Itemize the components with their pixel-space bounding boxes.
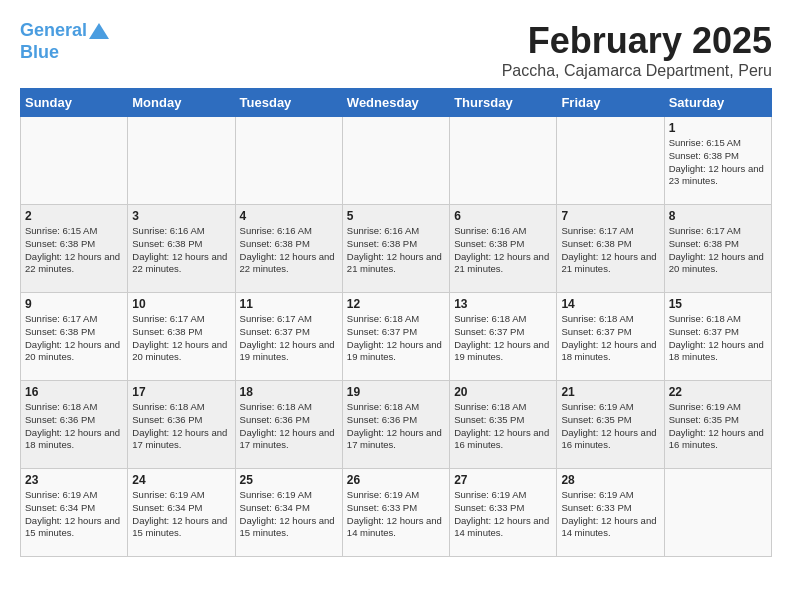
- calendar-cell: [557, 117, 664, 205]
- day-number: 20: [454, 385, 552, 399]
- day-info: Sunrise: 6:17 AM Sunset: 6:37 PM Dayligh…: [240, 313, 338, 364]
- day-number: 27: [454, 473, 552, 487]
- day-info: Sunrise: 6:19 AM Sunset: 6:34 PM Dayligh…: [25, 489, 123, 540]
- calendar-cell: 15Sunrise: 6:18 AM Sunset: 6:37 PM Dayli…: [664, 293, 771, 381]
- calendar-cell: [664, 469, 771, 557]
- day-info: Sunrise: 6:18 AM Sunset: 6:37 PM Dayligh…: [454, 313, 552, 364]
- day-number: 8: [669, 209, 767, 223]
- weekday-header-sunday: Sunday: [21, 89, 128, 117]
- day-number: 24: [132, 473, 230, 487]
- logo-blue: Blue: [20, 42, 59, 62]
- day-info: Sunrise: 6:19 AM Sunset: 6:34 PM Dayligh…: [132, 489, 230, 540]
- header: February 2025 Paccha, Cajamarca Departme…: [20, 20, 772, 80]
- location: Paccha, Cajamarca Department, Peru: [20, 62, 772, 80]
- day-number: 4: [240, 209, 338, 223]
- logo: General Blue: [20, 20, 109, 63]
- calendar-cell: 23Sunrise: 6:19 AM Sunset: 6:34 PM Dayli…: [21, 469, 128, 557]
- day-info: Sunrise: 6:16 AM Sunset: 6:38 PM Dayligh…: [347, 225, 445, 276]
- day-number: 5: [347, 209, 445, 223]
- calendar-table: SundayMondayTuesdayWednesdayThursdayFrid…: [20, 88, 772, 557]
- calendar-week-row: 23Sunrise: 6:19 AM Sunset: 6:34 PM Dayli…: [21, 469, 772, 557]
- day-info: Sunrise: 6:18 AM Sunset: 6:36 PM Dayligh…: [347, 401, 445, 452]
- month-year: February 2025: [20, 20, 772, 62]
- logo-general: General: [20, 20, 87, 40]
- day-info: Sunrise: 6:19 AM Sunset: 6:35 PM Dayligh…: [561, 401, 659, 452]
- day-info: Sunrise: 6:15 AM Sunset: 6:38 PM Dayligh…: [25, 225, 123, 276]
- day-number: 16: [25, 385, 123, 399]
- calendar-cell: 4Sunrise: 6:16 AM Sunset: 6:38 PM Daylig…: [235, 205, 342, 293]
- day-info: Sunrise: 6:19 AM Sunset: 6:33 PM Dayligh…: [454, 489, 552, 540]
- day-number: 3: [132, 209, 230, 223]
- day-info: Sunrise: 6:17 AM Sunset: 6:38 PM Dayligh…: [132, 313, 230, 364]
- calendar-cell: 10Sunrise: 6:17 AM Sunset: 6:38 PM Dayli…: [128, 293, 235, 381]
- day-number: 22: [669, 385, 767, 399]
- calendar-cell: 27Sunrise: 6:19 AM Sunset: 6:33 PM Dayli…: [450, 469, 557, 557]
- day-info: Sunrise: 6:18 AM Sunset: 6:37 PM Dayligh…: [669, 313, 767, 364]
- day-info: Sunrise: 6:17 AM Sunset: 6:38 PM Dayligh…: [669, 225, 767, 276]
- weekday-header-monday: Monday: [128, 89, 235, 117]
- day-number: 17: [132, 385, 230, 399]
- day-number: 15: [669, 297, 767, 311]
- day-number: 9: [25, 297, 123, 311]
- calendar-cell: 9Sunrise: 6:17 AM Sunset: 6:38 PM Daylig…: [21, 293, 128, 381]
- day-info: Sunrise: 6:17 AM Sunset: 6:38 PM Dayligh…: [25, 313, 123, 364]
- day-number: 10: [132, 297, 230, 311]
- calendar-week-row: 2Sunrise: 6:15 AM Sunset: 6:38 PM Daylig…: [21, 205, 772, 293]
- day-info: Sunrise: 6:18 AM Sunset: 6:36 PM Dayligh…: [25, 401, 123, 452]
- day-number: 1: [669, 121, 767, 135]
- calendar-cell: 16Sunrise: 6:18 AM Sunset: 6:36 PM Dayli…: [21, 381, 128, 469]
- weekday-header-wednesday: Wednesday: [342, 89, 449, 117]
- day-number: 18: [240, 385, 338, 399]
- day-info: Sunrise: 6:18 AM Sunset: 6:36 PM Dayligh…: [240, 401, 338, 452]
- day-number: 11: [240, 297, 338, 311]
- day-number: 19: [347, 385, 445, 399]
- weekday-header-thursday: Thursday: [450, 89, 557, 117]
- calendar-cell: 18Sunrise: 6:18 AM Sunset: 6:36 PM Dayli…: [235, 381, 342, 469]
- day-number: 26: [347, 473, 445, 487]
- calendar-cell: 13Sunrise: 6:18 AM Sunset: 6:37 PM Dayli…: [450, 293, 557, 381]
- calendar-cell: 7Sunrise: 6:17 AM Sunset: 6:38 PM Daylig…: [557, 205, 664, 293]
- weekday-header-tuesday: Tuesday: [235, 89, 342, 117]
- calendar-week-row: 1Sunrise: 6:15 AM Sunset: 6:38 PM Daylig…: [21, 117, 772, 205]
- day-info: Sunrise: 6:19 AM Sunset: 6:35 PM Dayligh…: [669, 401, 767, 452]
- day-info: Sunrise: 6:18 AM Sunset: 6:36 PM Dayligh…: [132, 401, 230, 452]
- day-info: Sunrise: 6:19 AM Sunset: 6:33 PM Dayligh…: [347, 489, 445, 540]
- calendar-cell: [21, 117, 128, 205]
- day-info: Sunrise: 6:18 AM Sunset: 6:37 PM Dayligh…: [561, 313, 659, 364]
- day-info: Sunrise: 6:16 AM Sunset: 6:38 PM Dayligh…: [240, 225, 338, 276]
- calendar-cell: 19Sunrise: 6:18 AM Sunset: 6:36 PM Dayli…: [342, 381, 449, 469]
- day-info: Sunrise: 6:18 AM Sunset: 6:35 PM Dayligh…: [454, 401, 552, 452]
- calendar-cell: 12Sunrise: 6:18 AM Sunset: 6:37 PM Dayli…: [342, 293, 449, 381]
- calendar-cell: 24Sunrise: 6:19 AM Sunset: 6:34 PM Dayli…: [128, 469, 235, 557]
- calendar-week-row: 9Sunrise: 6:17 AM Sunset: 6:38 PM Daylig…: [21, 293, 772, 381]
- day-info: Sunrise: 6:19 AM Sunset: 6:34 PM Dayligh…: [240, 489, 338, 540]
- calendar-cell: 22Sunrise: 6:19 AM Sunset: 6:35 PM Dayli…: [664, 381, 771, 469]
- day-number: 21: [561, 385, 659, 399]
- calendar-cell: [128, 117, 235, 205]
- calendar-cell: [450, 117, 557, 205]
- calendar-cell: 21Sunrise: 6:19 AM Sunset: 6:35 PM Dayli…: [557, 381, 664, 469]
- day-number: 13: [454, 297, 552, 311]
- weekday-header-saturday: Saturday: [664, 89, 771, 117]
- calendar-cell: 17Sunrise: 6:18 AM Sunset: 6:36 PM Dayli…: [128, 381, 235, 469]
- calendar-cell: 26Sunrise: 6:19 AM Sunset: 6:33 PM Dayli…: [342, 469, 449, 557]
- calendar-cell: 1Sunrise: 6:15 AM Sunset: 6:38 PM Daylig…: [664, 117, 771, 205]
- day-info: Sunrise: 6:18 AM Sunset: 6:37 PM Dayligh…: [347, 313, 445, 364]
- calendar-cell: 5Sunrise: 6:16 AM Sunset: 6:38 PM Daylig…: [342, 205, 449, 293]
- day-number: 7: [561, 209, 659, 223]
- day-info: Sunrise: 6:19 AM Sunset: 6:33 PM Dayligh…: [561, 489, 659, 540]
- weekday-header-row: SundayMondayTuesdayWednesdayThursdayFrid…: [21, 89, 772, 117]
- calendar-cell: 14Sunrise: 6:18 AM Sunset: 6:37 PM Dayli…: [557, 293, 664, 381]
- day-number: 23: [25, 473, 123, 487]
- calendar-cell: 3Sunrise: 6:16 AM Sunset: 6:38 PM Daylig…: [128, 205, 235, 293]
- calendar-cell: 11Sunrise: 6:17 AM Sunset: 6:37 PM Dayli…: [235, 293, 342, 381]
- day-info: Sunrise: 6:16 AM Sunset: 6:38 PM Dayligh…: [454, 225, 552, 276]
- day-number: 28: [561, 473, 659, 487]
- weekday-header-friday: Friday: [557, 89, 664, 117]
- calendar-cell: 8Sunrise: 6:17 AM Sunset: 6:38 PM Daylig…: [664, 205, 771, 293]
- calendar-cell: 2Sunrise: 6:15 AM Sunset: 6:38 PM Daylig…: [21, 205, 128, 293]
- calendar-week-row: 16Sunrise: 6:18 AM Sunset: 6:36 PM Dayli…: [21, 381, 772, 469]
- calendar-cell: [235, 117, 342, 205]
- calendar-cell: 20Sunrise: 6:18 AM Sunset: 6:35 PM Dayli…: [450, 381, 557, 469]
- calendar-cell: 6Sunrise: 6:16 AM Sunset: 6:38 PM Daylig…: [450, 205, 557, 293]
